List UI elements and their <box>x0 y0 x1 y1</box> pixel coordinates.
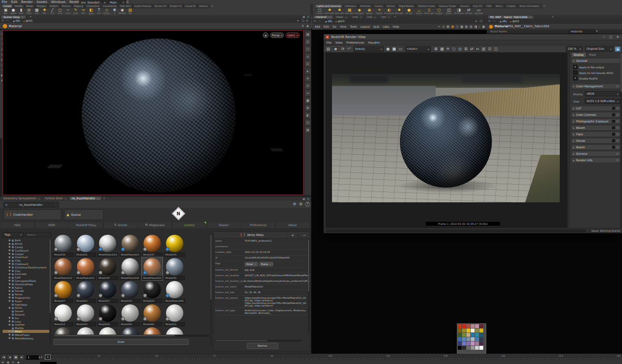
target-icon[interactable]: ◎ <box>458 47 462 51</box>
zoom-spinbox[interactable]: 100 %⇅ <box>566 46 583 52</box>
tag-chip-plates[interactable]: Plates× <box>259 262 273 266</box>
color-swatch[interactable] <box>479 329 483 332</box>
color-swatch[interactable] <box>466 324 470 328</box>
play-button[interactable]: ▶ <box>19 354 25 360</box>
category-ground[interactable]: ▦Ground <box>3 313 51 316</box>
tab-geometry-spreadsheet[interactable]: Geometry Spreadsheet× <box>1 196 42 201</box>
close-icon[interactable]: × <box>388 16 390 19</box>
go-start-button[interactable]: |◀ <box>1 354 6 360</box>
category-metalplates[interactable]: ▦MetalPlates <box>3 333 51 336</box>
material-thumb-metalplates013[interactable]: MetalPlates013 <box>120 234 140 257</box>
section-streak[interactable]: ▸Streak <box>571 138 621 144</box>
split-icon[interactable]: ◫ <box>456 25 459 29</box>
shelf-tab-drive-simulation[interactable]: Drive Simulation <box>517 4 542 8</box>
display-options-icon[interactable]: ⚙ <box>305 105 311 111</box>
material-thumb-metal038[interactable]: Metal038 <box>53 234 73 257</box>
split-view-icon[interactable]: ◫ <box>305 119 311 126</box>
section-bloom[interactable]: ▸Bloom <box>571 125 621 131</box>
loop-icon[interactable]: ⟳ <box>12 361 14 364</box>
material-thumb-metal027[interactable]: Metal027 <box>97 280 118 303</box>
category-chip[interactable]: ▦Chip <box>3 259 51 262</box>
shelf-tab-constraints[interactable]: Constraints <box>101 4 118 8</box>
category-diamondplate[interactable]: ▦DiamondPlate <box>3 282 51 286</box>
color-swatch[interactable] <box>471 333 475 337</box>
material-thumb-metalplates006[interactable]: MetalPlates006 <box>120 257 140 280</box>
network-menu-add[interactable]: Add <box>315 25 320 29</box>
color-swatch[interactable] <box>458 342 462 345</box>
section-tab-about[interactable]: About <box>275 221 310 229</box>
section-tab-megascans[interactable]: ⓂMegascans <box>137 221 172 229</box>
close-icon[interactable]: × <box>360 16 362 19</box>
section-denoise[interactable]: ▸Denoise <box>571 151 621 156</box>
add-tab-button[interactable]: + <box>552 15 554 19</box>
display-icon[interactable]: ▣ <box>615 47 620 51</box>
shelf-tab-grains[interactable]: Grains <box>373 4 385 8</box>
category-gravel[interactable]: ▦Gravel <box>3 310 51 313</box>
shelf-tab-hair-utils[interactable]: Hair Utils <box>118 4 133 8</box>
shelf-tab-fem[interactable]: FEM <box>484 4 493 8</box>
add-tab-button[interactable]: + <box>394 15 396 19</box>
keyframe-icon[interactable]: ◉ <box>7 361 9 364</box>
layers-icon[interactable]: ◫ <box>494 47 498 51</box>
material-thumb-metal028[interactable]: Metal028 <box>97 303 118 326</box>
color-swatch[interactable] <box>479 337 483 341</box>
tab-ns-assethandler[interactable]: ns_AssetHandler× <box>69 196 102 201</box>
zoom-fit-icon[interactable]: ⊞ <box>464 47 468 51</box>
meta-scrollbar[interactable] <box>308 239 309 333</box>
lock-icon[interactable]: ⊠ <box>434 47 438 51</box>
category-fabric[interactable]: ▦Fabric <box>3 286 51 289</box>
circle-select-icon[interactable]: ○ <box>452 47 456 51</box>
maximize-icon[interactable]: ◱ <box>305 38 311 45</box>
material-thumb-metalplates011[interactable]: MetalPlates011 <box>75 257 96 280</box>
section-render-info[interactable]: ▸Render Info <box>571 157 621 163</box>
shelf-tab-rigid-bodies[interactable]: Rigid Bodies <box>397 4 416 8</box>
section-tab-shader[interactable]: Shader <box>207 221 241 229</box>
material-thumb-metal034[interactable]: Metal034 <box>164 234 185 257</box>
section-checkbox[interactable] <box>612 113 615 116</box>
rv-menu-houdini[interactable]: Houdini <box>368 41 380 45</box>
category-grass[interactable]: ▦Grass <box>3 306 51 310</box>
shelf-tab-wires[interactable]: Wires <box>494 4 504 8</box>
shelf-tab-crowds[interactable]: Crowds <box>504 4 517 8</box>
resize-icon[interactable]: ↔ <box>476 47 479 51</box>
color-swatch[interactable] <box>462 342 466 345</box>
section-lut[interactable]: ▸LUT <box>571 105 621 111</box>
shelf-tab-particles[interactable]: Particles <box>358 4 373 8</box>
gear-icon[interactable]: ⚙ <box>299 202 303 206</box>
color-swatch[interactable] <box>479 342 483 345</box>
pane-split-icon[interactable]: ◫ <box>307 197 309 200</box>
shelf-tab-polygon[interactable]: Polygon <box>35 4 48 8</box>
section-checkbox[interactable] <box>612 139 615 142</box>
mirror-icon[interactable]: ◨ <box>474 25 477 29</box>
add-view-icon[interactable]: ⊡ <box>488 47 491 51</box>
category-cork[interactable]: ▦Cork <box>3 276 51 279</box>
section-general[interactable]: ▾ General <box>571 58 621 64</box>
material-thumb-metal036[interactable]: Metal036 <box>97 257 118 280</box>
link-icon[interactable]: ⇅ <box>302 24 304 27</box>
material-thumb-metal011[interactable]: Metal011 <box>164 303 185 326</box>
refresh-icon[interactable]: ⟳ <box>306 19 308 22</box>
asset-name-field[interactable]: material <box>569 29 596 34</box>
pin-icon[interactable]: ⚓ <box>442 25 445 29</box>
home-view-icon[interactable]: ⌂ <box>305 53 311 60</box>
color-swatch[interactable] <box>458 346 462 350</box>
snap-grid-icon[interactable]: ▨ <box>465 25 468 29</box>
color-swatch[interactable] <box>475 324 479 328</box>
category-marble[interactable]: ▦Marble <box>3 326 51 330</box>
rv-menu-preferences[interactable]: Preferences <box>346 41 364 45</box>
category-footsteps[interactable]: ▦Footsteps <box>3 303 51 306</box>
path-crumb-geo1[interactable]: geo1 <box>512 19 519 23</box>
color-swatch[interactable] <box>462 337 466 341</box>
category-metalwalkway[interactable]: ▦MetalWalkway <box>3 336 51 340</box>
translate-icon[interactable]: ✛ <box>305 75 311 82</box>
shelf-tab-pyro-fx[interactable]: Pyro FX <box>471 4 485 8</box>
section-color-management[interactable]: ▾ Color Management <box>571 83 621 89</box>
restart-render-icon[interactable]: ⟳ <box>341 47 345 51</box>
section-tab-arnold[interactable]: ⒶArnold <box>103 221 138 229</box>
color-swatch[interactable] <box>471 324 475 328</box>
shelf-tab-lights-and-cameras[interactable]: Lights and Cameras <box>315 4 343 8</box>
swap-icon[interactable]: ⇄ <box>470 47 473 51</box>
shelf-tab-rigging[interactable]: Rigging <box>72 4 85 8</box>
view-dropdown[interactable]: ACES 1.0 SDR-video▾ <box>585 99 620 104</box>
shelf-tab-characters[interactable]: Characters <box>85 4 101 8</box>
